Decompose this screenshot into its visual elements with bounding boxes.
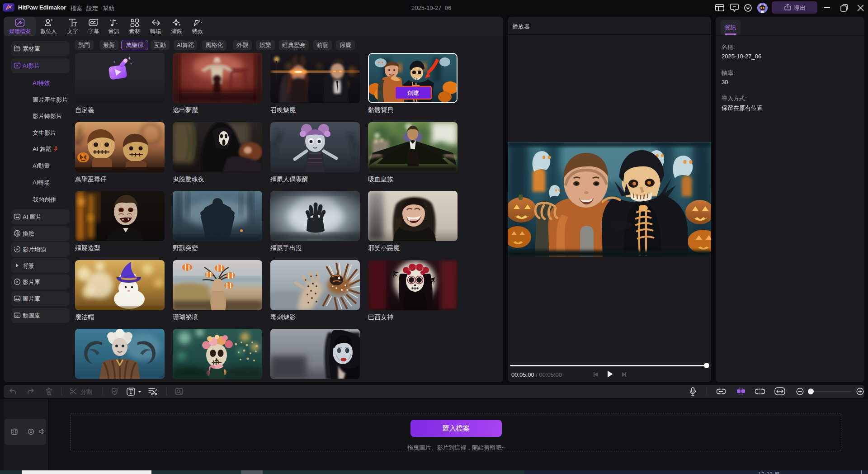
svg-text:創建: 創建 <box>407 90 419 96</box>
